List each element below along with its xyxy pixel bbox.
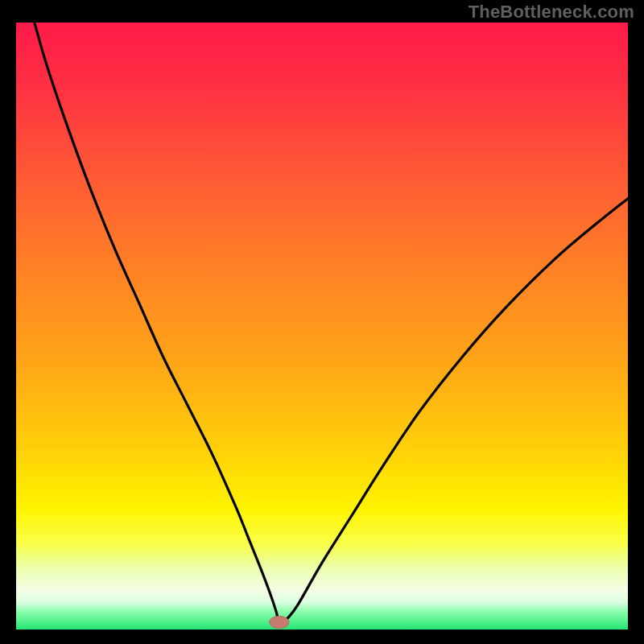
watermark-text: TheBottleneck.com [469, 2, 634, 23]
chart-svg [16, 23, 628, 630]
gradient-background [16, 23, 628, 630]
plot-area [16, 23, 628, 630]
optimum-marker [270, 616, 289, 628]
chart-frame: TheBottleneck.com [0, 0, 644, 644]
